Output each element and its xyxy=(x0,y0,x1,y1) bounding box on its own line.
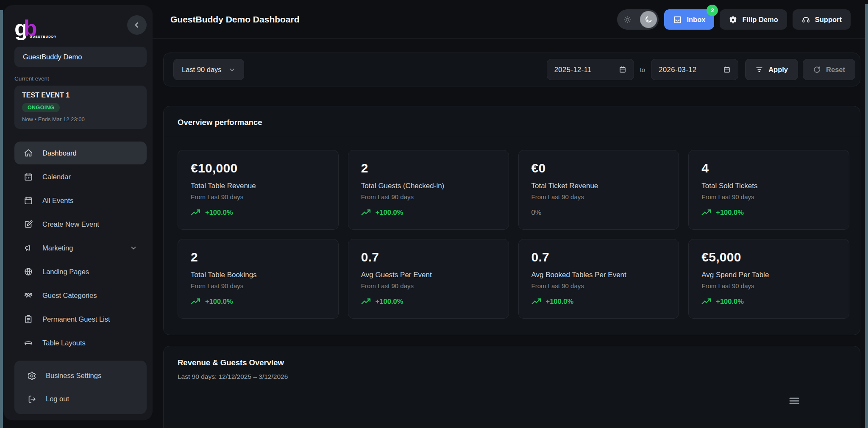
section-title: Revenue & Guests Overview xyxy=(178,358,846,367)
main-header: GuestBuddy Demo Dashboard Inbox 2 Filip … xyxy=(153,0,865,39)
date-to-value: 2026-03-12 xyxy=(659,66,696,74)
event-status-badge: ONGOING xyxy=(22,103,60,112)
stat-change-value: +100.0% xyxy=(546,297,574,306)
sidebar: gb GUESTBUDDY GuestBuddy Demo Current ev… xyxy=(3,5,153,420)
trending-up-icon xyxy=(191,298,200,305)
stat-change-value: +100.0% xyxy=(716,208,744,217)
to-label: to xyxy=(640,66,645,73)
sidebar-item-permanent-guest-list[interactable]: Permanent Guest List xyxy=(14,308,147,331)
sidebar-nav: Dashboard Calendar All Events Create New… xyxy=(14,142,147,354)
sidebar-item-business-settings[interactable]: Business Settings xyxy=(18,364,143,387)
trending-up-icon xyxy=(361,298,371,305)
support-label: Support xyxy=(815,16,842,24)
megaphone-icon xyxy=(24,243,33,253)
stat-change-value: +100.0% xyxy=(716,297,744,306)
trending-up-icon xyxy=(701,209,711,216)
stat-value: 0.7 xyxy=(531,250,666,264)
current-event-card[interactable]: TEST EVENT 1 ONGOING Now • Ends Mar 12 2… xyxy=(14,86,147,129)
stat-subtitle: From Last 90 days xyxy=(531,193,666,200)
overview-performance-section: Overview performance €10,000 Total Table… xyxy=(163,106,860,335)
users-icon xyxy=(24,291,33,300)
stat-change: +100.0% xyxy=(191,297,326,306)
stat-change: 0% xyxy=(531,208,666,217)
chevron-down-icon xyxy=(228,66,236,73)
calendar-icon xyxy=(723,66,731,73)
reset-button[interactable]: Reset xyxy=(803,59,855,80)
page-edge-left xyxy=(0,10,3,428)
trending-up-icon xyxy=(361,209,371,216)
filter-bar: Last 90 days 2025-12-11 to 2026-03-12 Ap… xyxy=(163,53,860,86)
nav-label: Permanent Guest List xyxy=(42,315,110,323)
calendar-icon xyxy=(24,172,33,181)
filter-icon xyxy=(755,66,763,74)
sidebar-item-calendar[interactable]: Calendar xyxy=(14,165,147,188)
nav-label: Business Settings xyxy=(46,372,101,380)
sidebar-item-all-events[interactable]: All Events xyxy=(14,189,147,212)
stat-card-total-sold-tickets: 4 Total Sold Tickets From Last 90 days +… xyxy=(688,150,849,230)
revenue-guests-overview-section: Revenue & Guests Overview Last 90 days: … xyxy=(163,346,860,428)
organization-selector[interactable]: GuestBuddy Demo xyxy=(14,47,147,67)
guestbuddy-logo: gb GUESTBUDDY xyxy=(14,15,61,40)
stat-card-avg-spend-per-table: €5,000 Avg Spend Per Table From Last 90 … xyxy=(688,239,849,319)
stat-label: Total Ticket Revenue xyxy=(531,182,666,190)
inbox-button[interactable]: Inbox 2 xyxy=(664,9,714,30)
sidebar-footer: Business Settings Log out xyxy=(14,361,147,414)
stat-change: +100.0% xyxy=(191,208,326,217)
stat-value: €5,000 xyxy=(701,250,836,264)
sidebar-collapse-button[interactable] xyxy=(127,15,147,35)
inbox-icon xyxy=(673,15,682,24)
nav-label: Calendar xyxy=(42,173,71,181)
date-range-select[interactable]: Last 90 days xyxy=(173,59,244,80)
main-content: GuestBuddy Demo Dashboard Inbox 2 Filip … xyxy=(153,0,865,428)
trending-up-icon xyxy=(531,298,541,305)
stat-value: €10,000 xyxy=(191,161,326,175)
theme-toggle[interactable] xyxy=(617,9,659,30)
apply-button[interactable]: Apply xyxy=(745,59,798,80)
stat-change: +100.0% xyxy=(701,297,836,306)
sidebar-item-log-out[interactable]: Log out xyxy=(18,387,143,411)
refresh-icon xyxy=(813,66,821,74)
date-to-input[interactable]: 2026-03-12 xyxy=(651,59,738,80)
page-title: GuestBuddy Demo Dashboard xyxy=(170,14,300,25)
chart-menu-icon[interactable] xyxy=(789,396,800,406)
revenue-chart: €10,000 2.5 xyxy=(178,406,846,428)
nav-label: Dashboard xyxy=(42,149,77,157)
headset-icon xyxy=(801,15,810,24)
stat-subtitle: From Last 90 days xyxy=(361,282,496,289)
sidebar-item-marketing[interactable]: Marketing xyxy=(14,236,147,259)
nav-label: Marketing xyxy=(42,244,73,252)
logout-icon xyxy=(27,395,36,404)
sidebar-item-dashboard[interactable]: Dashboard xyxy=(14,142,147,164)
nav-label: Landing Pages xyxy=(42,268,89,276)
calendar-blank-icon xyxy=(24,196,33,205)
sidebar-item-create-new-event[interactable]: Create New Event xyxy=(14,213,147,236)
nav-label: Create New Event xyxy=(42,220,99,228)
edit-icon xyxy=(24,220,33,229)
sidebar-item-table-layouts[interactable]: Table Layouts xyxy=(14,331,147,354)
stat-card-avg-booked-tables-per-event: 0.7 Avg Booked Tables Per Event From Las… xyxy=(518,239,679,319)
current-event-label: Current event xyxy=(14,75,147,82)
calendar-icon xyxy=(619,66,626,73)
chevron-down-icon xyxy=(130,244,137,252)
stat-card-total-guests-checked-in: 2 Total Guests (Checked-in) From Last 90… xyxy=(348,150,509,230)
stat-change-value: +100.0% xyxy=(376,208,403,217)
section-subtitle: Last 90 days: 12/12/2025 – 3/12/2026 xyxy=(178,373,846,381)
sidebar-item-guest-categories[interactable]: Guest Categories xyxy=(14,284,147,307)
stat-change: +100.0% xyxy=(361,297,496,306)
clipboard-list-icon xyxy=(24,314,33,324)
gear-icon xyxy=(729,15,737,24)
inbox-badge: 2 xyxy=(707,5,718,16)
date-from-input[interactable]: 2025-12-11 xyxy=(547,59,634,80)
stat-label: Avg Spend Per Table xyxy=(701,271,836,279)
support-button[interactable]: Support xyxy=(793,9,851,30)
stat-change: +100.0% xyxy=(531,297,666,306)
sun-icon xyxy=(623,16,632,24)
scrollbar[interactable] xyxy=(865,4,868,428)
sidebar-item-landing-pages[interactable]: Landing Pages xyxy=(14,260,147,283)
stat-label: Avg Booked Tables Per Event xyxy=(531,271,666,279)
user-menu-button[interactable]: Filip Demo xyxy=(720,9,787,30)
nav-label: Guest Categories xyxy=(42,292,97,300)
stat-change-value: 0% xyxy=(531,208,542,217)
stat-card-avg-guests-per-event: 0.7 Avg Guests Per Event From Last 90 da… xyxy=(348,239,509,319)
user-label: Filip Demo xyxy=(742,16,778,24)
